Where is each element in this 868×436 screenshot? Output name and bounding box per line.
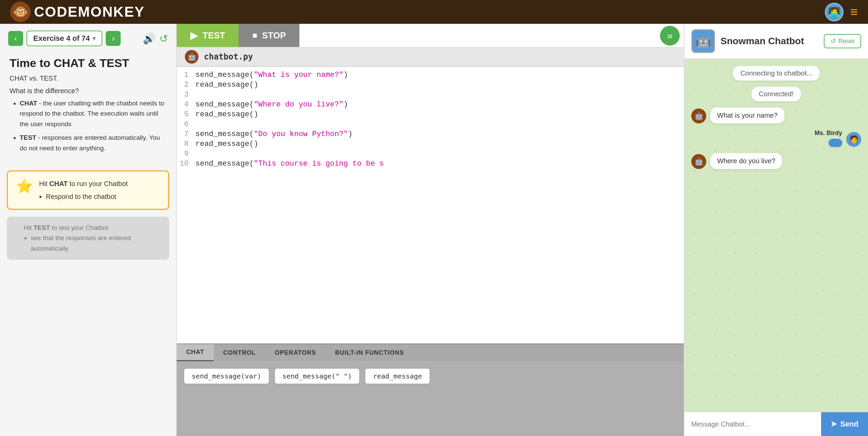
lesson-list: CHAT - the user chatting with the chatbo… [20,98,167,153]
volume-button[interactable]: 🔊 [143,33,155,45]
chat-bubble-where-live: 🤖 Where do you live? [691,153,861,169]
reset-label: Reset [838,38,854,45]
code-line-6: 6 [177,119,684,129]
lesson-subtitle: CHAT vs. TEST. [10,74,167,82]
test-label: TEST [203,30,225,41]
chat-bubble-ms-birdy: Ms. Birdy 🧑 [691,130,861,147]
code-line-2: 2 read_message() [177,80,684,90]
logo-monkey-text: MONKEY [78,4,144,20]
reset-icon: ↺ [831,37,836,45]
chatbot-avatar: 🤖 [691,29,715,53]
star-icon: ⭐ [16,178,33,194]
user-avatar-chat: 🧑 [846,132,861,147]
bot-avatar-2: 🤖 [691,154,706,169]
system-bubble-connecting: Connecting to chatbot... [733,66,819,81]
bot-message-2: Where do you live? [710,153,782,169]
tab-operators[interactable]: OPERATORS [265,344,326,361]
tab-built-in[interactable]: BUILT-IN FUNCTIONS [326,344,414,361]
file-icon: 🤖 [185,50,198,64]
logo-text: CODEMONKEY [34,4,145,20]
left-panel: ‹ Exercise 4 of 74 ▾ › 🔊 ↺ Time to CHAT … [0,24,177,436]
chat-area: Connecting to chatbot... Connected! 🤖 Wh… [684,59,868,412]
code-line-10: 10 send_message("This course is going to… [177,159,684,169]
chat-input[interactable] [684,412,821,436]
main-layout: ‹ Exercise 4 of 74 ▾ › 🔊 ↺ Time to CHAT … [0,24,868,436]
logo-code: CODE [34,4,78,20]
toolbar: ▶ TEST ■ STOP » [177,24,684,48]
code-line-3: 3 [177,90,684,100]
header-right: 🧑‍💻 ≡ [825,3,858,21]
bottom-tabs: CHAT CONTROL OPERATORS BUILT-IN FUNCTION… [177,343,684,361]
list-item: CHAT - the user chatting with the chatbo… [20,98,167,129]
prev-exercise-button[interactable]: ‹ [8,31,23,46]
lesson-content: Time to CHAT & TEST CHAT vs. TEST. What … [0,53,176,164]
exercise-label: Exercise 4 of 74 ▾ [27,31,102,46]
list-item: TEST - responses are entered automatical… [20,133,167,153]
test-bold: TEST [20,134,36,141]
user-name-label: Ms. Birdy [815,130,842,137]
code-line-1: 1 send_message("What is your name?") [177,70,684,80]
refresh-button[interactable]: ↺ [159,33,168,45]
exercise-nav: ‹ Exercise 4 of 74 ▾ › 🔊 ↺ [0,24,176,53]
task-box-test: Hit TEST to test your Chatbot see that t… [7,217,169,260]
chat-connecting-message: Connecting to chatbot... [691,66,861,81]
bot-message-1: What is your name? [710,107,784,123]
task-list: Respond to the chatbot [46,191,128,202]
send-label: Send [840,420,858,429]
task-list-item: Respond to the chatbot [46,191,128,202]
logo-monkey-icon: 🐵 [10,2,31,22]
code-line-4: 4 send_message("Where do you live?") [177,100,684,110]
chat-input-area: ➤ Send [684,412,868,436]
user-message-birdy [829,139,842,147]
reset-button[interactable]: ↺ Reset [824,34,861,48]
app-header: 🐵 CODEMONKEY 🧑‍💻 ≡ [0,0,868,24]
code-editor[interactable]: 1 send_message("What is your name?") 2 r… [177,67,684,343]
lesson-title: Time to CHAT & TEST [10,56,167,70]
chat-connected-message: Connected! [691,87,861,101]
chat-bold: CHAT [20,100,37,107]
stop-button[interactable]: ■ STOP [239,24,299,47]
forward-button[interactable]: » [660,26,680,46]
blocks-area: send_message(var) send_message(" ") read… [177,361,684,436]
code-line-5: 5 read_message() [177,110,684,119]
stop-label: STOP [262,30,286,41]
task-text: Hit CHAT to run your Chatbot Respond to … [39,178,128,202]
next-exercise-button[interactable]: › [106,31,121,46]
system-bubble-connected: Connected! [751,87,801,101]
test-keyword: TEST [34,224,50,231]
logo: 🐵 CODEMONKEY [10,2,145,22]
block-send-message-var[interactable]: send_message(var) [184,368,270,384]
test-list: see that the responses are entered autom… [31,233,161,254]
task-box-chat: ⭐ Hit CHAT to run your Chatbot Respond t… [7,170,169,210]
lesson-question: What is the difference? [10,87,167,95]
bot-avatar-1: 🤖 [691,108,706,123]
block-send-message-str[interactable]: send_message(" ") [274,368,360,384]
chatbot-header: 🤖 Snowman Chatbot ↺ Reset [684,24,868,59]
send-icon: ➤ [831,420,837,429]
test-button[interactable]: ▶ TEST [177,24,239,47]
nav-icons: 🔊 ↺ [143,33,168,45]
send-button[interactable]: ➤ Send [821,412,868,436]
chat-keyword: CHAT [49,180,68,187]
user-avatar[interactable]: 🧑‍💻 [825,3,844,21]
tab-control[interactable]: CONTROL [214,344,265,361]
chatbot-name: Snowman Chatbot [721,36,818,47]
file-name: chatbot.py [204,52,253,62]
code-line-8: 8 read_message() [177,139,684,149]
exercise-text: Exercise 4 of 74 [33,34,90,43]
test-list-item: see that the responses are entered autom… [31,233,161,254]
code-line-7: 7 send_message("Do you know Python?") [177,129,684,139]
middle-panel: ▶ TEST ■ STOP » 🤖 chatbot.py 1 send_mess… [177,24,684,436]
code-line-9: 9 [177,149,684,159]
dropdown-arrow-icon: ▾ [92,35,96,42]
menu-icon[interactable]: ≡ [850,5,858,18]
block-read-message[interactable]: read_message [365,368,430,384]
play-icon: ▶ [190,30,198,41]
file-tab: 🤖 chatbot.py [177,48,684,67]
tab-chat[interactable]: CHAT [177,344,214,361]
stop-icon: ■ [252,31,257,40]
chat-bubble-what-is-name: 🤖 What is your name? [691,107,861,123]
right-panel: 🤖 Snowman Chatbot ↺ Reset Connecting to … [684,24,868,436]
